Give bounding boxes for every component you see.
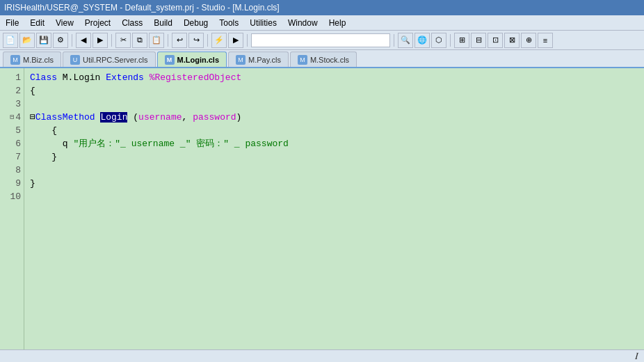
line-num-6: 6 bbox=[3, 137, 21, 150]
toolbar-save[interactable]: 💾 bbox=[36, 33, 51, 48]
expand-marker: ⊟ bbox=[30, 112, 35, 123]
line-num-3: 3 bbox=[3, 97, 21, 111]
tab-icon-mstock: M bbox=[298, 55, 307, 65]
toolbar-copy[interactable]: ⧉ bbox=[132, 33, 147, 48]
kw-class: Class bbox=[30, 72, 57, 83]
toolbar-new[interactable]: 📄 bbox=[3, 33, 18, 48]
tab-label-mpay: M.Pay.cls bbox=[248, 56, 281, 64]
toolbar-cut[interactable]: ✂ bbox=[115, 33, 131, 48]
tab-bar: M M.Biz.cls U Util.RPC.Server.cls M M.Lo… bbox=[0, 50, 644, 68]
separator5 bbox=[247, 34, 248, 47]
toolbar-btn5[interactable]: ⬡ bbox=[431, 33, 446, 48]
toolbar-btn11[interactable]: ≡ bbox=[538, 33, 553, 48]
code-area[interactable]: Class M.Login Extends %RegisteredObject … bbox=[24, 68, 644, 349]
toolbar-redo[interactable]: ↪ bbox=[188, 33, 204, 48]
menu-help[interactable]: Help bbox=[323, 16, 352, 30]
tab-icon-mbiz: M bbox=[10, 55, 20, 65]
search-input[interactable] bbox=[251, 33, 390, 47]
toolbar-btn6[interactable]: ⊞ bbox=[454, 33, 469, 48]
tab-utilrpc[interactable]: U Util.RPC.Server.cls bbox=[63, 52, 156, 67]
toolbar-search[interactable]: 🔍 bbox=[398, 33, 413, 48]
tab-mlogin[interactable]: M M.Login.cls bbox=[157, 52, 227, 67]
toolbar-btn8[interactable]: ⊡ bbox=[488, 33, 503, 48]
menu-window[interactable]: Window bbox=[282, 16, 323, 30]
line-num-8: 8 bbox=[3, 164, 21, 177]
editor: 1 2 3 ⊟4 5 6 7 8 9 10 Class M.Login Exte… bbox=[0, 68, 644, 349]
kw-registered: %RegisteredObject bbox=[150, 72, 242, 83]
line-num-2: 2 bbox=[3, 84, 21, 97]
menu-project[interactable]: Project bbox=[79, 16, 116, 30]
method-login: Login bbox=[100, 112, 127, 123]
toolbar-paste[interactable]: 📋 bbox=[149, 33, 164, 48]
toolbar-fwd[interactable]: ▶ bbox=[92, 33, 108, 48]
line-num-1: 1 bbox=[3, 71, 21, 84]
title-bar: IRISHealth/USER@_SYSTEM - Default_system… bbox=[0, 0, 644, 15]
toolbar-btn7[interactable]: ⊟ bbox=[471, 33, 486, 48]
param-username: username bbox=[138, 112, 182, 123]
line-num-4: ⊟4 bbox=[3, 111, 21, 124]
tab-icon-mlogin: M bbox=[165, 55, 175, 65]
kw-classmethod: ClassMethod bbox=[35, 112, 95, 123]
line-num-7: 7 bbox=[3, 150, 21, 164]
toolbar-compile[interactable]: ⚡ bbox=[211, 33, 227, 48]
separator3 bbox=[168, 34, 168, 47]
toolbar-undo[interactable]: ↩ bbox=[172, 33, 187, 48]
toolbar-back[interactable]: ◀ bbox=[76, 33, 91, 48]
line-num-9: 9 bbox=[3, 177, 21, 190]
cursor-icon: 𝐼 bbox=[635, 350, 638, 362]
line-num-10: 10 bbox=[3, 190, 21, 203]
toolbar-btn9[interactable]: ⊠ bbox=[504, 33, 520, 48]
status-bar: 𝐼 bbox=[0, 349, 644, 362]
separator1 bbox=[72, 34, 72, 47]
str-q: "用户名："_ username _" bbox=[73, 139, 191, 149]
tab-mbiz[interactable]: M M.Biz.cls bbox=[3, 52, 61, 67]
line-num-5: 5 bbox=[3, 124, 21, 137]
toolbar-globe[interactable]: 🌐 bbox=[414, 33, 430, 48]
separator4 bbox=[207, 34, 208, 47]
tab-mstock[interactable]: M M.Stock.cls bbox=[290, 52, 357, 67]
toolbar-btn4[interactable]: ⚙ bbox=[53, 33, 68, 48]
menu-utilities[interactable]: Utilities bbox=[244, 16, 282, 30]
menu-build[interactable]: Build bbox=[148, 16, 178, 30]
separator2 bbox=[111, 34, 112, 47]
tab-mpay[interactable]: M M.Pay.cls bbox=[228, 52, 289, 67]
tab-icon-utilrpc: U bbox=[70, 55, 80, 65]
menu-debug[interactable]: Debug bbox=[178, 16, 214, 30]
toolbar: 📄 📂 💾 ⚙ ◀ ▶ ✂ ⧉ 📋 ↩ ↪ ⚡ ▶ 🔍 🌐 ⬡ ⊞ ⊟ ⊡ ⊠ … bbox=[0, 31, 644, 50]
tab-label-mbiz: M.Biz.cls bbox=[23, 56, 54, 64]
toolbar-btn10[interactable]: ⊕ bbox=[521, 33, 536, 48]
tab-label-mlogin: M.Login.cls bbox=[177, 56, 220, 64]
line-numbers: 1 2 3 ⊟4 5 6 7 8 9 10 bbox=[0, 68, 24, 349]
toolbar-run[interactable]: ▶ bbox=[228, 33, 243, 48]
menu-view[interactable]: View bbox=[50, 16, 79, 30]
str-pwd-label: 密码：" _ password bbox=[196, 139, 289, 149]
param-password: password bbox=[193, 112, 236, 123]
tab-label-mstock: M.Stock.cls bbox=[310, 56, 349, 64]
menu-bar: File Edit View Project Class Build Debug… bbox=[0, 15, 644, 31]
expand-icon-4: ⊟ bbox=[10, 111, 14, 124]
toolbar-open[interactable]: 📂 bbox=[19, 33, 35, 48]
title-text: IRISHealth/USER@_SYSTEM - Default_system… bbox=[4, 3, 280, 13]
separator6 bbox=[394, 34, 394, 47]
kw-extends: Extends bbox=[106, 72, 144, 83]
menu-file[interactable]: File bbox=[0, 16, 24, 30]
tab-icon-mpay: M bbox=[236, 55, 245, 65]
tab-label-utilrpc: Util.RPC.Server.cls bbox=[83, 56, 148, 64]
menu-class[interactable]: Class bbox=[116, 16, 148, 30]
separator7 bbox=[450, 34, 451, 47]
menu-edit[interactable]: Edit bbox=[24, 16, 50, 30]
menu-tools[interactable]: Tools bbox=[214, 16, 244, 30]
